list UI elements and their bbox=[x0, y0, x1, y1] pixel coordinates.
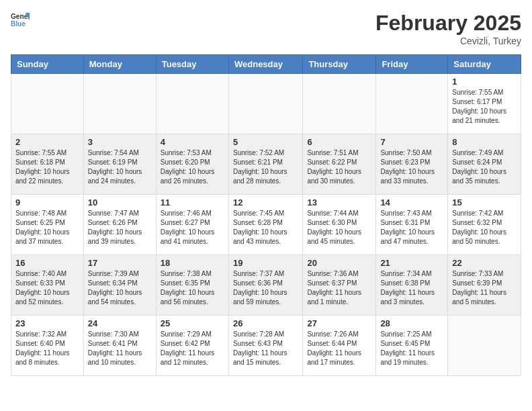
day-info: Sunrise: 7:39 AM Sunset: 6:34 PM Dayligh… bbox=[88, 269, 152, 307]
weekday-header-row: SundayMondayTuesdayWednesdayThursdayFrid… bbox=[11, 55, 521, 74]
day-cell bbox=[11, 74, 84, 134]
day-cell: 6Sunrise: 7:51 AM Sunset: 6:22 PM Daylig… bbox=[303, 134, 376, 195]
day-info: Sunrise: 7:38 AM Sunset: 6:35 PM Dayligh… bbox=[161, 269, 224, 307]
day-cell: 28Sunrise: 7:25 AM Sunset: 6:45 PM Dayli… bbox=[376, 316, 448, 376]
day-cell: 9Sunrise: 7:48 AM Sunset: 6:25 PM Daylig… bbox=[11, 195, 84, 255]
day-number: 24 bbox=[88, 318, 152, 328]
day-number: 23 bbox=[15, 318, 79, 328]
day-number: 14 bbox=[380, 197, 443, 208]
day-cell: 8Sunrise: 7:49 AM Sunset: 6:24 PM Daylig… bbox=[448, 134, 521, 195]
day-cell: 23Sunrise: 7:32 AM Sunset: 6:40 PM Dayli… bbox=[11, 316, 84, 376]
week-row-5: 23Sunrise: 7:32 AM Sunset: 6:40 PM Dayli… bbox=[11, 316, 521, 376]
day-number: 7 bbox=[380, 137, 443, 147]
day-info: Sunrise: 7:34 AM Sunset: 6:38 PM Dayligh… bbox=[380, 269, 443, 307]
day-cell: 19Sunrise: 7:37 AM Sunset: 6:36 PM Dayli… bbox=[228, 255, 302, 316]
day-number: 18 bbox=[161, 258, 224, 268]
day-info: Sunrise: 7:33 AM Sunset: 6:39 PM Dayligh… bbox=[452, 269, 517, 307]
day-cell bbox=[376, 74, 448, 134]
day-info: Sunrise: 7:46 AM Sunset: 6:27 PM Dayligh… bbox=[161, 209, 224, 246]
day-number: 20 bbox=[307, 258, 371, 268]
title-block: February 2025 Cevizli, Turkey bbox=[375, 11, 521, 46]
day-info: Sunrise: 7:26 AM Sunset: 6:44 PM Dayligh… bbox=[307, 330, 371, 367]
day-number: 13 bbox=[307, 197, 371, 208]
day-info: Sunrise: 7:49 AM Sunset: 6:24 PM Dayligh… bbox=[452, 148, 517, 186]
day-cell: 7Sunrise: 7:50 AM Sunset: 6:23 PM Daylig… bbox=[376, 134, 448, 195]
day-number: 22 bbox=[452, 258, 517, 268]
day-number: 10 bbox=[88, 197, 152, 208]
day-cell: 27Sunrise: 7:26 AM Sunset: 6:44 PM Dayli… bbox=[303, 316, 376, 376]
day-info: Sunrise: 7:28 AM Sunset: 6:43 PM Dayligh… bbox=[233, 330, 298, 367]
day-cell: 20Sunrise: 7:36 AM Sunset: 6:37 PM Dayli… bbox=[303, 255, 376, 316]
day-number: 11 bbox=[161, 197, 224, 208]
weekday-header-monday: Monday bbox=[83, 55, 156, 74]
day-info: Sunrise: 7:48 AM Sunset: 6:25 PM Dayligh… bbox=[15, 209, 79, 246]
day-cell: 10Sunrise: 7:47 AM Sunset: 6:26 PM Dayli… bbox=[83, 195, 156, 255]
day-number: 4 bbox=[161, 137, 224, 147]
day-cell bbox=[228, 74, 302, 134]
day-cell: 4Sunrise: 7:53 AM Sunset: 6:20 PM Daylig… bbox=[156, 134, 228, 195]
day-info: Sunrise: 7:55 AM Sunset: 6:17 PM Dayligh… bbox=[452, 88, 517, 126]
weekday-header-tuesday: Tuesday bbox=[156, 55, 228, 74]
day-number: 26 bbox=[233, 318, 298, 328]
day-info: Sunrise: 7:42 AM Sunset: 6:32 PM Dayligh… bbox=[452, 209, 517, 246]
day-number: 17 bbox=[88, 258, 152, 268]
day-info: Sunrise: 7:51 AM Sunset: 6:22 PM Dayligh… bbox=[307, 148, 371, 186]
day-number: 6 bbox=[307, 137, 371, 147]
day-cell: 12Sunrise: 7:45 AM Sunset: 6:28 PM Dayli… bbox=[228, 195, 302, 255]
day-info: Sunrise: 7:25 AM Sunset: 6:45 PM Dayligh… bbox=[380, 330, 443, 367]
day-cell: 16Sunrise: 7:40 AM Sunset: 6:33 PM Dayli… bbox=[11, 255, 84, 316]
day-cell: 3Sunrise: 7:54 AM Sunset: 6:19 PM Daylig… bbox=[83, 134, 156, 195]
day-number: 5 bbox=[233, 137, 298, 147]
weekday-header-friday: Friday bbox=[376, 55, 448, 74]
weekday-header-sunday: Sunday bbox=[11, 55, 84, 74]
week-row-3: 9Sunrise: 7:48 AM Sunset: 6:25 PM Daylig… bbox=[11, 195, 521, 255]
day-cell: 21Sunrise: 7:34 AM Sunset: 6:38 PM Dayli… bbox=[376, 255, 448, 316]
day-number: 25 bbox=[161, 318, 224, 328]
day-number: 12 bbox=[233, 197, 298, 208]
day-cell: 22Sunrise: 7:33 AM Sunset: 6:39 PM Dayli… bbox=[448, 255, 521, 316]
day-number: 19 bbox=[233, 258, 298, 268]
calendar-table: SundayMondayTuesdayWednesdayThursdayFrid… bbox=[11, 54, 521, 376]
week-row-1: 1Sunrise: 7:55 AM Sunset: 6:17 PM Daylig… bbox=[11, 74, 521, 134]
day-number: 15 bbox=[452, 197, 517, 208]
day-cell: 24Sunrise: 7:30 AM Sunset: 6:41 PM Dayli… bbox=[83, 316, 156, 376]
logo: General Blue bbox=[11, 11, 30, 30]
page-header: General Blue February 2025 Cevizli, Turk… bbox=[11, 11, 521, 46]
day-cell: 14Sunrise: 7:43 AM Sunset: 6:31 PM Dayli… bbox=[376, 195, 448, 255]
day-number: 1 bbox=[452, 77, 517, 87]
day-number: 3 bbox=[88, 137, 152, 147]
day-cell: 1Sunrise: 7:55 AM Sunset: 6:17 PM Daylig… bbox=[448, 74, 521, 134]
day-number: 9 bbox=[15, 197, 79, 208]
weekday-header-wednesday: Wednesday bbox=[228, 55, 302, 74]
weekday-header-saturday: Saturday bbox=[448, 55, 521, 74]
day-info: Sunrise: 7:32 AM Sunset: 6:40 PM Dayligh… bbox=[15, 330, 79, 367]
day-cell: 5Sunrise: 7:52 AM Sunset: 6:21 PM Daylig… bbox=[228, 134, 302, 195]
day-info: Sunrise: 7:55 AM Sunset: 6:18 PM Dayligh… bbox=[15, 148, 79, 186]
svg-text:Blue: Blue bbox=[11, 20, 26, 28]
day-info: Sunrise: 7:47 AM Sunset: 6:26 PM Dayligh… bbox=[88, 209, 152, 246]
day-cell: 17Sunrise: 7:39 AM Sunset: 6:34 PM Dayli… bbox=[83, 255, 156, 316]
weekday-header-thursday: Thursday bbox=[303, 55, 376, 74]
day-number: 28 bbox=[380, 318, 443, 328]
location: Cevizli, Turkey bbox=[375, 36, 521, 46]
day-number: 8 bbox=[452, 137, 517, 147]
day-number: 16 bbox=[15, 258, 79, 268]
day-cell: 2Sunrise: 7:55 AM Sunset: 6:18 PM Daylig… bbox=[11, 134, 84, 195]
day-number: 2 bbox=[15, 137, 79, 147]
day-cell: 25Sunrise: 7:29 AM Sunset: 6:42 PM Dayli… bbox=[156, 316, 228, 376]
day-info: Sunrise: 7:53 AM Sunset: 6:20 PM Dayligh… bbox=[161, 148, 224, 186]
day-cell bbox=[156, 74, 228, 134]
day-cell bbox=[83, 74, 156, 134]
day-cell bbox=[448, 316, 521, 376]
day-info: Sunrise: 7:50 AM Sunset: 6:23 PM Dayligh… bbox=[380, 148, 443, 186]
logo-icon: General Blue bbox=[11, 11, 30, 30]
day-info: Sunrise: 7:37 AM Sunset: 6:36 PM Dayligh… bbox=[233, 269, 298, 307]
day-info: Sunrise: 7:29 AM Sunset: 6:42 PM Dayligh… bbox=[161, 330, 224, 367]
day-info: Sunrise: 7:36 AM Sunset: 6:37 PM Dayligh… bbox=[307, 269, 371, 307]
week-row-2: 2Sunrise: 7:55 AM Sunset: 6:18 PM Daylig… bbox=[11, 134, 521, 195]
day-info: Sunrise: 7:40 AM Sunset: 6:33 PM Dayligh… bbox=[15, 269, 79, 307]
day-number: 21 bbox=[380, 258, 443, 268]
day-info: Sunrise: 7:45 AM Sunset: 6:28 PM Dayligh… bbox=[233, 209, 298, 246]
day-info: Sunrise: 7:54 AM Sunset: 6:19 PM Dayligh… bbox=[88, 148, 152, 186]
day-cell: 13Sunrise: 7:44 AM Sunset: 6:30 PM Dayli… bbox=[303, 195, 376, 255]
